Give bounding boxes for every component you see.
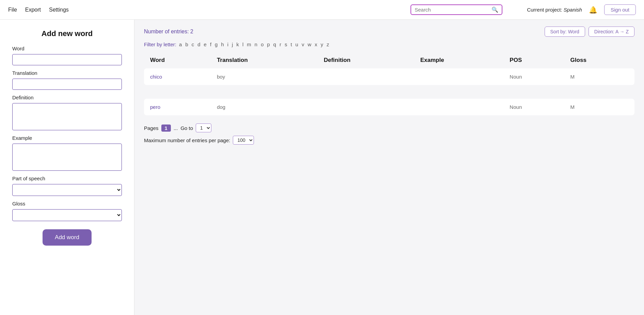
entries-count: Number of entries: 2 [144,29,193,35]
filter-v[interactable]: v [301,42,305,47]
entry-word-1: chico [144,68,211,85]
gloss-select[interactable]: M F [12,209,122,221]
filter-e[interactable]: e [203,42,207,47]
entry-gloss-2: M [564,99,634,115]
filter-g[interactable]: g [214,42,218,47]
entry-word-2: pero [144,99,211,115]
example-field: Example [12,135,122,171]
right-panel: Number of entries: 2 Sort by: Word Direc… [134,20,644,315]
entry-definition-1 [318,68,414,85]
filter-q[interactable]: q [273,42,277,47]
col-gloss: Gloss [564,53,634,67]
max-entries-label: Maximum number of entries per page: [144,137,230,143]
search-icon[interactable]: 🔍 [492,6,498,13]
pos-field: Part of speech Noun Verb Adjective [12,176,122,196]
filter-t[interactable]: t [290,42,293,47]
main-layout: Add new word Word Translation Definition… [0,20,644,315]
col-example: Example [414,53,504,67]
pagination-row: Pages 1 ... Go to 1 [144,123,634,132]
filter-h[interactable]: h [220,42,224,47]
col-translation: Translation [211,53,318,67]
pages-label: Pages [144,125,159,131]
entry-example-2 [414,99,504,115]
pos-label: Part of speech [12,176,122,181]
translation-label: Translation [12,70,122,76]
entry-translation-1: boy [211,68,318,85]
filter-p[interactable]: p [266,42,270,47]
go-to-label: Go to [180,125,193,131]
entry-pos-1: Noun [503,68,564,85]
add-word-button[interactable]: Add word [43,229,92,246]
sort-button[interactable]: Sort by: Word [545,27,585,37]
entry-translation-2: dog [211,99,318,115]
entry-pos-2: Noun [503,99,564,115]
panel-title: Add new word [12,29,122,38]
per-page-select[interactable]: 100 [233,136,254,145]
entries-table: Word Translation Definition Example POS … [144,52,634,117]
search-box: 🔍 [410,4,502,15]
direction-button[interactable]: Direction: A → Z [589,27,634,37]
main-nav: File Export Settings [8,7,69,13]
col-definition: Definition [318,53,414,67]
filter-j[interactable]: j [231,42,234,47]
filter-bar: Filter by letter: a b c d e f g h i j k … [144,42,634,47]
entry-gloss-1: M [564,68,634,85]
filter-c[interactable]: c [191,42,195,47]
example-label: Example [12,135,122,141]
gloss-field: Gloss M F [12,201,122,221]
ellipsis: ... [174,125,178,131]
filter-x[interactable]: x [314,42,318,47]
filter-s[interactable]: s [284,42,288,47]
translation-field: Translation [12,70,122,90]
sign-out-button[interactable]: Sign out [604,4,636,15]
filter-label: Filter by letter: [144,42,176,47]
filter-z[interactable]: z [326,42,330,47]
top-bar-buttons: Sort by: Word Direction: A → Z [545,27,634,37]
current-page-badge: 1 [161,125,171,132]
definition-field: Definition [12,95,122,130]
filter-b[interactable]: b [184,42,189,47]
filter-u[interactable]: u [295,42,299,47]
pos-select[interactable]: Noun Verb Adjective [12,184,122,196]
go-to-select[interactable]: 1 [196,123,211,132]
nav-file[interactable]: File [8,7,17,13]
filter-y[interactable]: y [320,42,324,47]
filter-k[interactable]: k [236,42,240,47]
filter-a[interactable]: a [178,42,182,47]
current-project-value: Spanish [564,7,582,13]
filter-f[interactable]: f [209,42,212,47]
bell-icon[interactable]: 🔔 [589,6,597,14]
filter-i[interactable]: i [227,42,229,47]
pagination-area: Pages 1 ... Go to 1 Maximum number of en… [144,123,634,145]
table-header-row: Word Translation Definition Example POS … [144,53,634,67]
filter-m[interactable]: m [246,42,252,47]
current-project: Current project: Spanish [527,7,582,13]
word-field: Word [12,46,122,65]
filter-l[interactable]: l [242,42,244,47]
nav-export[interactable]: Export [25,7,41,13]
entry-definition-2 [318,99,414,115]
spacer-row [144,86,634,97]
search-input[interactable] [415,7,492,13]
filter-w[interactable]: w [307,42,312,47]
col-pos: POS [503,53,564,67]
gloss-label: Gloss [12,201,122,206]
col-word: Word [144,53,211,67]
table-row[interactable]: pero dog Noun M [144,99,634,115]
per-page-row: Maximum number of entries per page: 100 [144,136,634,145]
example-textarea[interactable] [12,144,122,171]
word-input[interactable] [12,54,122,65]
definition-textarea[interactable] [12,103,122,130]
filter-d[interactable]: d [197,42,201,47]
header: File Export Settings 🔍 Current project: … [0,0,644,20]
current-project-label: Current project: [527,7,562,13]
word-label: Word [12,46,122,51]
left-panel: Add new word Word Translation Definition… [0,20,134,315]
nav-settings[interactable]: Settings [49,7,69,13]
translation-input[interactable] [12,79,122,90]
filter-n[interactable]: n [254,42,258,47]
filter-r[interactable]: r [279,42,282,47]
table-row[interactable]: chico boy Noun M [144,68,634,85]
definition-label: Definition [12,95,122,100]
filter-o[interactable]: o [260,42,264,47]
